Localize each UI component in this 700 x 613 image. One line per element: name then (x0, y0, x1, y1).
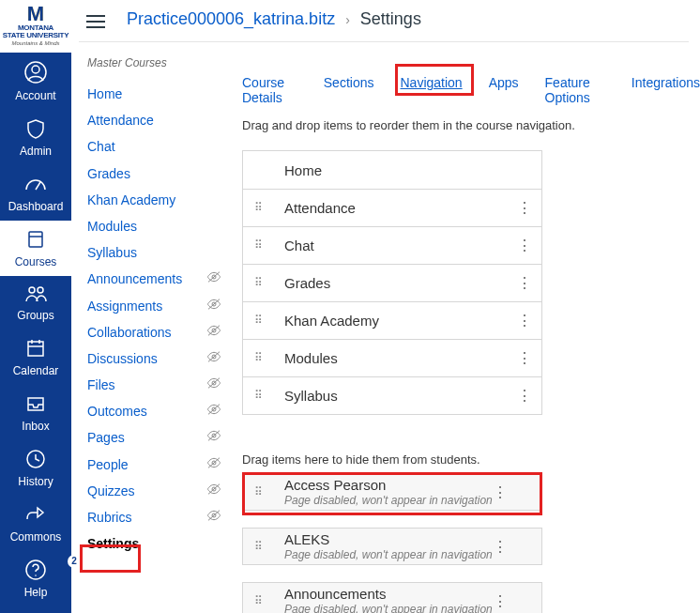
kebab-menu-button[interactable]: ⋮ (517, 199, 532, 217)
kebab-menu-button[interactable]: ⋮ (493, 538, 508, 556)
tab-integrations[interactable]: Integrations (632, 75, 700, 105)
nav-item-label: Announcements (284, 586, 493, 602)
eye-off-icon (206, 483, 221, 499)
tab-feature-options[interactable]: Feature Options (545, 75, 605, 105)
course-nav-files[interactable]: Files (84, 372, 225, 398)
course-nav-grades[interactable]: Grades (84, 161, 225, 187)
course-nav-label: Pages (87, 429, 125, 446)
logo[interactable]: M MONTANA STATE UNIVERSITY Mountains & M… (0, 0, 71, 53)
nav-item-sublabel: Page disabled, won't appear in navigatio… (284, 494, 493, 507)
kebab-menu-button[interactable]: ⋮ (517, 387, 532, 405)
nav-groups[interactable]: Groups (0, 276, 71, 329)
course-nav-collaborations[interactable]: Collaborations (84, 319, 225, 345)
breadcrumb-course-link[interactable]: Practice000006_katrina.bitz (127, 9, 335, 28)
nav-item-row[interactable]: ⠿Home⋮ (243, 151, 541, 189)
svg-point-14 (35, 575, 37, 576)
nav-commons[interactable]: Commons (0, 496, 71, 551)
kebab-menu-button[interactable]: ⋮ (517, 312, 532, 329)
nav-courses[interactable]: Courses (0, 221, 71, 276)
course-nav-label: Quizzes (87, 483, 135, 499)
drag-handle-icon[interactable]: ⠿ (252, 318, 266, 323)
drag-handle-icon[interactable]: ⠿ (252, 281, 266, 285)
global-nav: M MONTANA STATE UNIVERSITY Mountains & M… (0, 0, 71, 613)
course-nav-label: Discussions (87, 350, 158, 367)
course-nav-syllabus[interactable]: Syllabus (84, 239, 225, 266)
course-nav-home[interactable]: Home (84, 81, 225, 107)
nav-calendar[interactable]: Calendar (0, 329, 71, 385)
drag-handle-icon[interactable]: ⠿ (252, 490, 266, 495)
kebab-menu-button[interactable]: ⋮ (517, 274, 532, 292)
course-nav-label: Khan Academy (87, 192, 175, 208)
eye-off-icon (206, 350, 221, 367)
nav-admin[interactable]: Admin (0, 110, 71, 165)
drag-handle-icon[interactable]: ⠿ (252, 393, 266, 398)
question-circle-icon: 2 (0, 559, 71, 584)
user-circle-icon (0, 60, 71, 87)
drag-handle-icon[interactable]: ⠿ (252, 599, 266, 604)
nav-item-row[interactable]: ⠿Syllabus⋮ (243, 376, 541, 414)
nav-item-row[interactable]: ⠿Chat⋮ (243, 226, 541, 264)
course-nav-label: Files (87, 376, 115, 393)
course-nav-outcomes[interactable]: Outcomes (84, 398, 225, 424)
svg-line-2 (36, 182, 40, 190)
nav-item-row[interactable]: ⠿Grades⋮ (243, 264, 541, 301)
drag-handle-icon[interactable]: ⠿ (252, 356, 266, 360)
course-nav-quizzes[interactable]: Quizzes (84, 478, 225, 504)
nav-item-row-disabled[interactable]: ⠿ALEKSPage disabled, won't appear in nav… (242, 528, 542, 565)
course-nav-label: People (87, 456, 129, 473)
nav-history[interactable]: History (0, 440, 71, 496)
eye-off-icon (206, 376, 221, 393)
course-nav-people[interactable]: People (84, 452, 225, 478)
course-nav-khan-academy[interactable]: Khan Academy (84, 187, 225, 213)
course-nav-label: Attendance (87, 112, 154, 129)
nav-item-row-disabled[interactable]: ⠿AnnouncementsPage disabled, won't appea… (242, 582, 542, 613)
share-arrow-icon (0, 503, 71, 529)
course-nav-label: Settings (87, 535, 139, 552)
help-badge: 2 (68, 555, 81, 568)
course-nav-label: Collaborations (87, 324, 172, 341)
nav-item-label: Home (284, 162, 517, 178)
nav-item-row[interactable]: ⠿Attendance⋮ (243, 189, 541, 226)
eye-off-icon (206, 298, 221, 314)
course-nav-attendance[interactable]: Attendance (84, 107, 225, 133)
course-nav-discussions[interactable]: Discussions (84, 345, 225, 372)
tab-course-details[interactable]: Course Details (242, 75, 297, 105)
kebab-menu-button[interactable]: ⋮ (493, 483, 508, 501)
course-nav-settings[interactable]: Settings (84, 530, 225, 557)
hamburger-menu-button[interactable] (86, 14, 105, 32)
nav-item-row[interactable]: ⠿Modules⋮ (243, 339, 541, 376)
eye-off-icon (206, 324, 221, 341)
course-nav-pages[interactable]: Pages (84, 424, 225, 451)
nav-item-row[interactable]: ⠿Khan Academy⋮ (243, 301, 541, 339)
nav-item-sublabel: Page disabled, won't appear in navigatio… (284, 548, 493, 561)
course-nav-chat[interactable]: Chat (84, 133, 225, 160)
course-nav-rubrics[interactable]: Rubrics (84, 504, 225, 530)
svg-point-1 (32, 66, 39, 73)
nav-account[interactable]: Account (0, 53, 71, 110)
nav-dashboard[interactable]: Dashboard (0, 165, 71, 221)
course-nav-label: Chat (87, 138, 115, 155)
drag-handle-icon[interactable]: ⠿ (252, 544, 266, 549)
kebab-menu-button[interactable]: ⋮ (517, 237, 532, 254)
svg-point-5 (29, 287, 35, 293)
tab-navigation[interactable]: Navigation (400, 75, 462, 105)
tab-sections[interactable]: Sections (324, 75, 374, 105)
breadcrumb-current: Settings (360, 9, 421, 28)
tab-apps[interactable]: Apps (489, 75, 519, 105)
course-nav-label: Assignments (87, 298, 162, 314)
gauge-icon (0, 173, 71, 198)
kebab-menu-button[interactable]: ⋮ (517, 349, 532, 367)
course-nav-label: Outcomes (87, 403, 147, 420)
nav-inbox[interactable]: Inbox (0, 385, 71, 440)
drag-handle-icon[interactable]: ⠿ (252, 206, 266, 210)
course-nav-assignments[interactable]: Assignments (84, 293, 225, 319)
book-icon (0, 228, 71, 253)
nav-item-row-disabled[interactable]: ⠿Access PearsonPage disabled, won't appe… (242, 473, 542, 511)
course-nav-announcements[interactable]: Announcements (84, 266, 225, 292)
course-nav-modules[interactable]: Modules (84, 213, 225, 239)
course-nav-label: Grades (87, 165, 130, 182)
kebab-menu-button[interactable]: ⋮ (493, 592, 508, 610)
disabled-nav-list: ⠿Access PearsonPage disabled, won't appe… (242, 473, 542, 613)
nav-help[interactable]: 2 Help (0, 551, 71, 606)
drag-handle-icon[interactable]: ⠿ (252, 243, 266, 248)
